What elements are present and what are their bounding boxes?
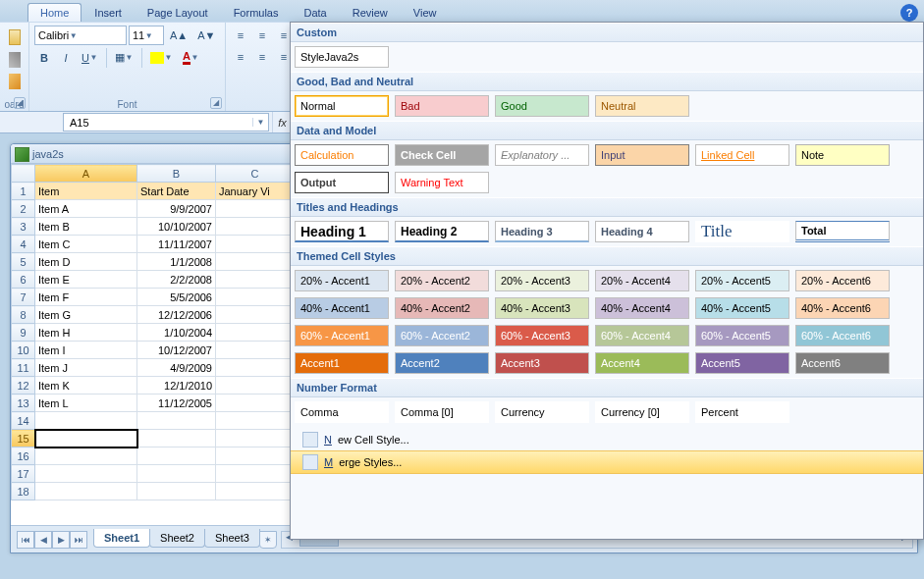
row-header-11[interactable]: 11 <box>12 359 35 377</box>
select-all-corner[interactable] <box>12 165 35 183</box>
gallery-action-merge-styles-[interactable]: Merge Styles... <box>291 450 923 474</box>
ribbon-tab-formulas[interactable]: Formulas <box>221 3 292 22</box>
cell-A6[interactable]: Item E <box>35 271 137 289</box>
style-20-accent3[interactable]: 20% - Accent3 <box>495 270 589 291</box>
cell-A9[interactable]: Item H <box>35 324 137 342</box>
insert-function-button[interactable]: fx <box>272 112 292 132</box>
style-calculation[interactable]: Calculation <box>295 144 389 166</box>
cell-A10[interactable]: Item I <box>35 342 137 359</box>
ribbon-tab-home[interactable]: Home <box>27 3 82 22</box>
row-header-5[interactable]: 5 <box>12 253 35 271</box>
cell-A3[interactable]: Item B <box>35 218 137 236</box>
cell-C14[interactable] <box>216 412 295 430</box>
cell-C13[interactable] <box>216 395 295 412</box>
sheet-tab-sheet3[interactable]: Sheet3 <box>204 529 260 548</box>
cell-B15[interactable] <box>137 430 216 447</box>
ribbon-tab-view[interactable]: View <box>401 3 450 22</box>
style-percent[interactable]: Percent <box>695 401 789 423</box>
style-comma[interactable]: Comma <box>295 401 389 423</box>
italic-button[interactable]: I <box>56 48 76 68</box>
style-40-accent2[interactable]: 40% - Accent2 <box>395 297 489 319</box>
style-output[interactable]: Output <box>295 172 389 193</box>
ribbon-tab-page-layout[interactable]: Page Layout <box>135 3 221 22</box>
row-header-9[interactable]: 9 <box>12 324 35 342</box>
cut-button[interactable] <box>5 49 25 71</box>
row-header-4[interactable]: 4 <box>12 236 35 253</box>
cell-C17[interactable] <box>216 465 295 483</box>
style-60-accent2[interactable]: 60% - Accent2 <box>395 325 489 346</box>
cell-B12[interactable]: 12/1/2010 <box>137 377 216 395</box>
align-left-button[interactable]: ≡ <box>231 47 250 67</box>
style-accent1[interactable]: Accent1 <box>295 352 389 374</box>
fill-color-button[interactable]: ▼ <box>146 48 177 68</box>
sheet-nav-next[interactable]: ▶ <box>52 531 70 549</box>
cell-B13[interactable]: 11/12/2005 <box>137 395 216 412</box>
row-header-8[interactable]: 8 <box>12 306 35 324</box>
paste-button[interactable] <box>5 26 25 49</box>
cell-B3[interactable]: 10/10/2007 <box>137 218 216 236</box>
cell-C3[interactable] <box>216 218 295 236</box>
style-60-accent4[interactable]: 60% - Accent4 <box>595 325 689 346</box>
cell-B16[interactable] <box>137 447 216 465</box>
cell-A4[interactable]: Item C <box>35 236 137 253</box>
style-warning-text[interactable]: Warning Text <box>395 172 489 193</box>
cell-A17[interactable] <box>35 465 137 483</box>
ribbon-tab-insert[interactable]: Insert <box>82 3 135 22</box>
style-heading-4[interactable]: Heading 4 <box>595 221 689 242</box>
cell-B7[interactable]: 5/5/2006 <box>137 289 216 306</box>
cell-A7[interactable]: Item F <box>35 289 137 306</box>
row-header-14[interactable]: 14 <box>12 412 35 430</box>
font-color-button[interactable]: A▼ <box>179 47 203 68</box>
style-20-accent6[interactable]: 20% - Accent6 <box>795 270 890 291</box>
row-header-3[interactable]: 3 <box>12 218 35 236</box>
row-header-16[interactable]: 16 <box>12 447 35 465</box>
style-heading-1[interactable]: Heading 1 <box>295 221 389 242</box>
cell-A14[interactable] <box>35 412 137 430</box>
cell-C7[interactable] <box>216 289 295 306</box>
style-accent2[interactable]: Accent2 <box>395 352 489 374</box>
row-header-15[interactable]: 15 <box>12 430 35 447</box>
style-accent5[interactable]: Accent5 <box>695 352 789 374</box>
align-middle-button[interactable]: ≡ <box>252 26 272 45</box>
row-header-6[interactable]: 6 <box>12 271 35 289</box>
clipboard-dialog-launcher[interactable]: ◢ <box>14 97 26 109</box>
sheet-nav-prev[interactable]: ◀ <box>34 531 52 549</box>
align-top-button[interactable]: ≡ <box>231 26 250 45</box>
style-explanatory-[interactable]: Explanatory ... <box>495 144 589 166</box>
cell-C2[interactable] <box>216 200 295 218</box>
cell-C9[interactable] <box>216 324 295 342</box>
cell-B11[interactable]: 4/9/2009 <box>137 359 216 377</box>
style-60-accent3[interactable]: 60% - Accent3 <box>495 325 589 346</box>
row-header-17[interactable]: 17 <box>12 465 35 483</box>
style-20-accent1[interactable]: 20% - Accent1 <box>295 270 389 291</box>
style-accent3[interactable]: Accent3 <box>495 352 589 374</box>
cell-B17[interactable] <box>137 465 216 483</box>
cell-C4[interactable] <box>216 236 295 253</box>
style-note[interactable]: Note <box>795 144 890 166</box>
style-60-accent5[interactable]: 60% - Accent5 <box>695 325 789 346</box>
col-header-C[interactable]: C <box>216 165 295 183</box>
style-total[interactable]: Total <box>795 221 890 242</box>
cell-A1[interactable]: Item <box>35 183 137 200</box>
cell-C6[interactable] <box>216 271 295 289</box>
font-family-combo[interactable]: Calibri▼ <box>34 26 127 45</box>
style-heading-2[interactable]: Heading 2 <box>395 221 489 242</box>
bold-button[interactable]: B <box>34 48 54 68</box>
cell-B1[interactable]: Start Date <box>137 183 216 200</box>
cell-A11[interactable]: Item J <box>35 359 137 377</box>
row-header-1[interactable]: 1 <box>12 183 35 200</box>
new-sheet-button[interactable]: ✶ <box>259 531 277 549</box>
style-currency-0-[interactable]: Currency [0] <box>595 401 689 423</box>
cell-B10[interactable]: 10/12/2007 <box>137 342 216 359</box>
style-title[interactable]: Title <box>695 221 789 242</box>
row-header-10[interactable]: 10 <box>12 342 35 359</box>
cell-C15[interactable] <box>216 430 295 447</box>
font-size-combo[interactable]: 11▼ <box>129 26 164 45</box>
underline-button[interactable]: U▼ <box>78 48 102 68</box>
cell-B5[interactable]: 1/1/2008 <box>137 253 216 271</box>
cell-B18[interactable] <box>137 483 216 500</box>
style-check-cell[interactable]: Check Cell <box>395 144 489 166</box>
cell-C18[interactable] <box>216 483 295 500</box>
sheet-tab-sheet1[interactable]: Sheet1 <box>93 529 150 548</box>
cell-B9[interactable]: 1/10/2004 <box>137 324 216 342</box>
